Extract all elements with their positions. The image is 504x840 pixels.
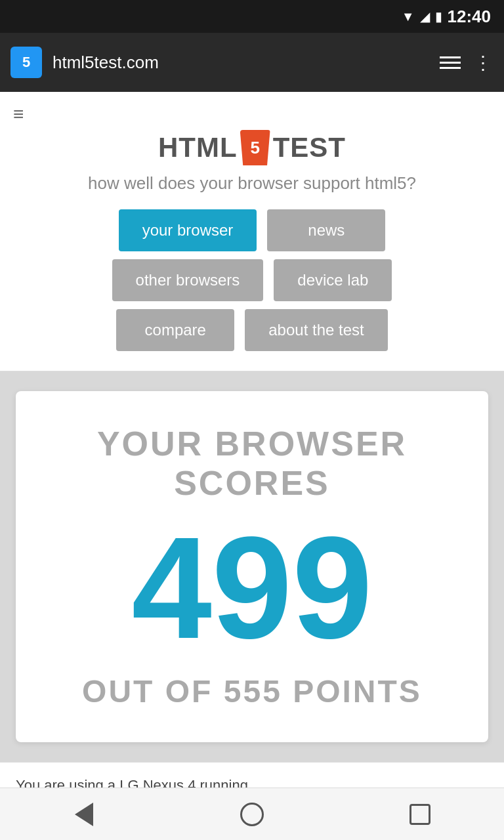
page-menu-icon[interactable]: ≡ (13, 105, 24, 123)
dots-menu-icon[interactable]: ⋮ (474, 52, 494, 74)
signal-icon: ◢ (420, 9, 430, 24)
recent-button[interactable] (400, 795, 440, 834)
browser-icon-label: 5 (22, 54, 30, 71)
recent-icon (410, 804, 430, 825)
menu-line (440, 62, 461, 64)
url-bar[interactable]: html5test.com (52, 52, 429, 73)
status-icons: ▼ ◢ ▮ 12:40 (402, 7, 491, 27)
page-content: ≡ HTML 5 TEST how well does your browser… (0, 92, 504, 830)
menu-lines-icon[interactable] (440, 56, 461, 69)
nav-row-3: compare about the test (116, 309, 387, 351)
header-section: ≡ HTML 5 TEST how well does your browser… (0, 92, 504, 371)
score-title: YOUR BROWSER SCORES (42, 424, 462, 503)
news-button[interactable]: news (267, 209, 385, 251)
browser-toolbar: 5 html5test.com ⋮ (0, 33, 504, 92)
other-browsers-button[interactable]: other browsers (112, 259, 264, 301)
bottom-nav (0, 788, 504, 840)
wifi-icon: ▼ (402, 9, 415, 24)
status-time: 12:40 (448, 7, 492, 27)
title-5-badge: 5 (240, 130, 270, 165)
browser-icon: 5 (10, 47, 42, 78)
home-button[interactable] (232, 795, 272, 834)
site-title: HTML 5 TEST (158, 130, 346, 165)
score-subtitle: OUT OF 555 POINTS (82, 673, 422, 709)
back-button[interactable] (64, 795, 104, 834)
compare-button[interactable]: compare (116, 309, 234, 351)
title-test: TEST (273, 132, 346, 163)
menu-line (440, 56, 461, 58)
back-icon (75, 803, 93, 826)
device-lab-button[interactable]: device lab (274, 259, 392, 301)
title-html: HTML (158, 132, 238, 163)
title-5-label: 5 (250, 138, 259, 158)
subtitle: how well does your browser support html5… (88, 173, 416, 194)
battery-icon: ▮ (435, 9, 442, 24)
status-bar: ▼ ◢ ▮ 12:40 (0, 0, 504, 33)
nav-buttons: your browser news other browsers device … (0, 209, 504, 351)
about-test-button[interactable]: about the test (245, 309, 387, 351)
your-browser-button[interactable]: your browser (119, 209, 257, 251)
nav-row-2: other browsers device lab (112, 259, 392, 301)
menu-line (440, 67, 461, 69)
score-section: YOUR BROWSER SCORES 499 OUT OF 555 POINT… (0, 371, 504, 762)
nav-row-1: your browser news (119, 209, 386, 251)
score-number: 499 (131, 516, 372, 660)
score-card: YOUR BROWSER SCORES 499 OUT OF 555 POINT… (16, 391, 488, 742)
home-icon (240, 803, 264, 826)
toolbar-icons: ⋮ (440, 52, 494, 74)
